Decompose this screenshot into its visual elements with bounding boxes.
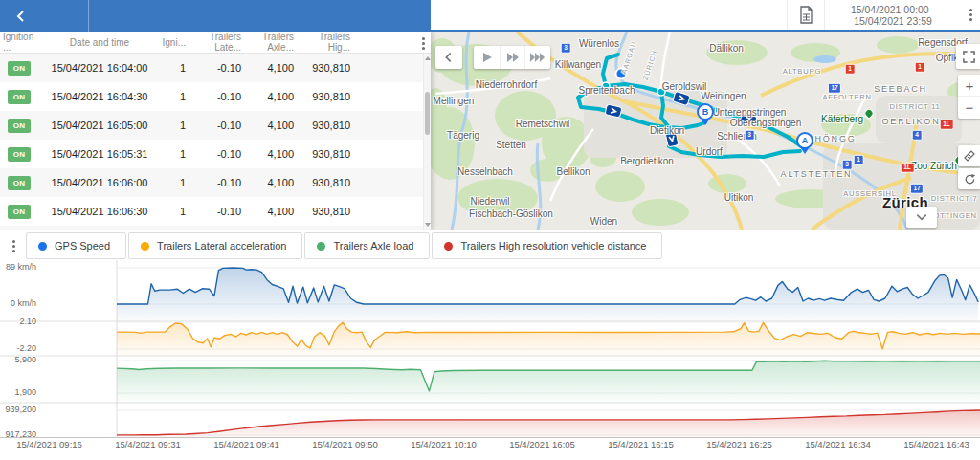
export-button[interactable] xyxy=(787,0,825,30)
fastest-forward-button[interactable] xyxy=(524,46,549,69)
play-button[interactable] xyxy=(475,46,500,69)
lateral-acceleration-cell: -0.10 xyxy=(193,91,251,102)
measure-button[interactable] xyxy=(958,145,980,166)
status-badge: ON xyxy=(8,205,31,219)
messages-table-panel: Ignition ...Date and timeIgni...Trailers… xyxy=(0,32,431,230)
series-area-3 xyxy=(117,410,980,438)
y-axis-tick: 5,900 xyxy=(0,355,36,364)
zoom-in-button[interactable]: + xyxy=(958,75,980,97)
legend-color-dot xyxy=(444,242,453,251)
chevron-left-icon xyxy=(13,9,29,24)
legend-color-dot xyxy=(317,242,325,251)
ignition-cell: 1 xyxy=(161,91,193,102)
distance-cell: 930,810 xyxy=(306,177,352,188)
lateral-acceleration-cell: -0.10 xyxy=(193,120,251,131)
legend-item-label: Trailers Lateral acceleration xyxy=(157,240,286,252)
scroll-up-arrow[interactable] xyxy=(425,56,431,60)
marker-letter: B xyxy=(697,103,714,120)
header-menu-button[interactable] xyxy=(961,0,980,30)
column-header-4[interactable]: Trailers Axle... xyxy=(251,32,306,53)
x-axis-tick: 15/4/2021 16:43 xyxy=(887,439,980,449)
distance-cell: 930,810 xyxy=(306,120,352,131)
road-shield: 1L xyxy=(901,163,915,173)
y-axis-tick: 1,900 xyxy=(0,387,36,397)
kebab-menu-icon xyxy=(12,245,15,248)
y-axis-tick: 0 km/h xyxy=(0,298,36,308)
column-header-3[interactable]: Trailers Late... xyxy=(193,32,251,53)
kebab-menu-icon xyxy=(422,42,425,45)
left-header-bar xyxy=(0,0,431,32)
x-axis-tick: 15/4/2021 09:41 xyxy=(197,439,297,449)
marker-tail xyxy=(801,148,809,154)
chart-section: GPS SpeedTrailers Lateral accelerationTr… xyxy=(0,230,980,460)
timeseries-chart[interactable] xyxy=(0,260,980,438)
ignition-badge-cell: ON xyxy=(0,90,38,104)
fullscreen-button[interactable] xyxy=(956,44,980,69)
waypoint-marker-A[interactable]: A xyxy=(796,132,813,154)
table-row[interactable]: ON15/04/2021 16:05:311-0.104,100930,810 xyxy=(0,140,431,168)
fastest-forward-icon xyxy=(529,52,546,63)
chart-legend-bar: GPS SpeedTrailers Lateral accelerationTr… xyxy=(0,230,980,260)
legend-item-label: Trailers High resolution vehicle distanc… xyxy=(460,240,646,252)
waypoint-marker-B[interactable]: B xyxy=(697,103,714,125)
legend-item-2[interactable]: Trailers Axle load xyxy=(304,232,430,259)
table-row[interactable]: ON15/04/2021 16:06:001-0.104,100930,810 xyxy=(0,168,431,197)
table-row[interactable]: ON15/04/2021 16:04:001-0.104,100930,810 xyxy=(0,54,431,82)
axle-load-cell: 4,100 xyxy=(251,91,306,102)
lateral-acceleration-cell: -0.10 xyxy=(193,177,251,188)
column-header-2[interactable]: Igni... xyxy=(161,37,193,48)
marker-tail xyxy=(702,120,709,125)
ignition-cell: 1 xyxy=(161,148,193,160)
x-axis-tick: 15/4/2021 09:50 xyxy=(296,439,395,449)
axle-load-cell: 4,100 xyxy=(251,120,306,131)
chevron-left-icon xyxy=(442,51,456,64)
road-shield: 3 xyxy=(745,130,755,141)
datetime-cell: 15/04/2021 16:05:31 xyxy=(38,148,161,160)
table-row[interactable]: ON15/04/2021 16:06:301-0.104,100930,810 xyxy=(0,197,431,226)
collapse-panel-button[interactable] xyxy=(906,207,937,228)
zoom-out-button[interactable]: − xyxy=(958,97,980,119)
route-node xyxy=(657,88,665,96)
legend-item-1[interactable]: Trailers Lateral acceleration xyxy=(128,232,302,259)
column-header-5[interactable]: Trailers Hig... xyxy=(306,32,352,53)
column-header-1[interactable]: Date and time xyxy=(38,37,161,48)
road-shield: 17 xyxy=(910,184,924,194)
x-axis-tick: 15/4/2021 16:25 xyxy=(690,439,790,449)
table-header-row: Ignition ...Date and timeIgni...Trailers… xyxy=(0,32,431,54)
datetime-cell: 15/04/2021 16:05:00 xyxy=(38,120,161,131)
legend-item-3[interactable]: Trailers High resolution vehicle distanc… xyxy=(432,232,662,259)
fullscreen-icon xyxy=(963,51,975,63)
scroll-down-arrow[interactable] xyxy=(425,223,431,227)
table-scrollbar[interactable] xyxy=(423,54,431,230)
map-canvas[interactable]: + − WürenlosKillwangenSpreitenbachNieder… xyxy=(431,32,980,230)
distance-cell: 930,810 xyxy=(306,206,352,217)
axle-load-cell: 4,100 xyxy=(251,177,306,188)
date-range[interactable]: 15/04/2021 00:00 - 15/04/2021 23:59 xyxy=(825,4,961,27)
table-row[interactable]: ON15/04/2021 16:05:001-0.104,100930,810 xyxy=(0,111,431,140)
fast-forward-button[interactable] xyxy=(500,46,524,69)
status-badge: ON xyxy=(8,147,31,162)
table-row[interactable]: ON15/04/2021 16:04:301-0.104,100930,810 xyxy=(0,82,431,111)
lateral-acceleration-cell: -0.10 xyxy=(193,148,251,160)
table-menu-button[interactable] xyxy=(417,37,429,49)
refresh-button[interactable] xyxy=(958,168,980,189)
road-shield: 17 xyxy=(828,83,841,94)
x-axis-tick: 15/4/2021 10:10 xyxy=(394,439,494,449)
legend-item-label: Trailers Axle load xyxy=(333,240,413,252)
right-header-bar: 15/04/2021 00:00 - 15/04/2021 23:59 xyxy=(431,0,980,32)
legend-item-0[interactable]: GPS Speed xyxy=(26,232,126,259)
chart-menu-button[interactable] xyxy=(8,240,19,252)
map-back-button[interactable] xyxy=(435,46,462,69)
scrollbar-thumb[interactable] xyxy=(425,92,430,135)
export-file-icon xyxy=(798,6,814,24)
back-button[interactable] xyxy=(0,0,42,32)
column-header-0[interactable]: Ignition ... xyxy=(0,32,38,53)
ignition-badge-cell: ON xyxy=(0,119,38,133)
zoom-controls: + − xyxy=(958,75,980,119)
road-shield: 1 xyxy=(854,155,864,165)
status-badge: ON xyxy=(8,61,31,76)
x-axis-tick: 15/4/2021 16:34 xyxy=(789,439,888,449)
marker-letter: A xyxy=(796,132,813,149)
lateral-acceleration-cell: -0.10 xyxy=(193,62,251,74)
header-divider xyxy=(88,0,89,32)
